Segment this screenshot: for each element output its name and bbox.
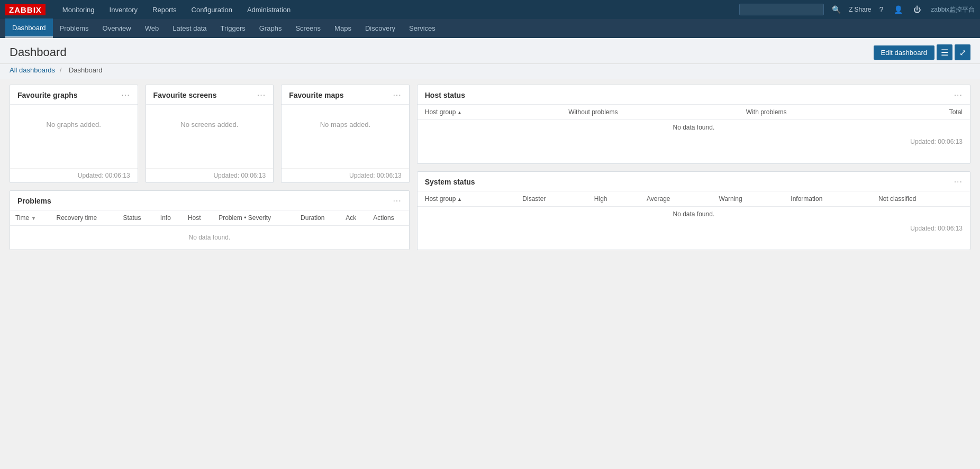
col-recovery-time[interactable]: Recovery time bbox=[51, 210, 117, 226]
col-warning[interactable]: Warning bbox=[711, 191, 783, 207]
breadcrumb: All dashboards / Dashboard bbox=[0, 64, 980, 79]
problems-title: Problems bbox=[17, 197, 51, 205]
system-status-no-data-row: No data found. bbox=[418, 206, 970, 222]
share-label: Share bbox=[854, 6, 871, 13]
expand-button[interactable]: ⤢ bbox=[955, 44, 970, 60]
subnav-overview[interactable]: Overview bbox=[96, 19, 138, 38]
subnav-latest-data[interactable]: Latest data bbox=[166, 19, 213, 38]
favourite-graphs-header: Favourite graphs ··· bbox=[10, 85, 138, 105]
col-with-problems[interactable]: With problems bbox=[739, 105, 892, 120]
breadcrumb-all-dashboards[interactable]: All dashboards bbox=[10, 66, 55, 74]
host-status-title: Host status bbox=[425, 91, 465, 99]
favourite-screens-footer: Updated: 00:06:13 bbox=[146, 168, 274, 182]
col-time[interactable]: Time ▼ bbox=[10, 210, 51, 226]
problems-no-data: No data found. bbox=[10, 226, 409, 250]
subnav-problems[interactable]: Problems bbox=[53, 19, 96, 38]
time-sort-icon: ▼ bbox=[31, 215, 37, 221]
col-problem-severity[interactable]: Problem • Severity bbox=[213, 210, 295, 226]
top-nav-links: Monitoring Inventory Reports Configurati… bbox=[55, 0, 739, 19]
user-info: zabbix监控平台 bbox=[931, 5, 975, 14]
system-status-table: Host group Disaster High Average Warning… bbox=[418, 191, 970, 222]
problems-table: Time ▼ Recovery time Status Info Host Pr… bbox=[10, 210, 409, 250]
col-total[interactable]: Total bbox=[892, 105, 970, 120]
left-column: Favourite graphs ··· No graphs added. Up… bbox=[10, 85, 410, 250]
col-host[interactable]: Host bbox=[183, 210, 213, 226]
favourite-maps-no-data: No maps added. bbox=[289, 121, 402, 128]
list-view-button[interactable]: ☰ bbox=[937, 44, 952, 60]
top-navigation: ZABBIX Monitoring Inventory Reports Conf… bbox=[0, 0, 980, 19]
breadcrumb-separator: / bbox=[60, 66, 62, 74]
content-area: Favourite graphs ··· No graphs added. Up… bbox=[0, 79, 980, 255]
col-not-classified[interactable]: Not classified bbox=[871, 191, 970, 207]
problems-menu[interactable]: ··· bbox=[393, 196, 401, 206]
col-high[interactable]: High bbox=[587, 191, 639, 207]
col-information[interactable]: Information bbox=[783, 191, 871, 207]
host-status-menu[interactable]: ··· bbox=[954, 90, 963, 100]
system-status-widget: System status ··· Host group Disaster Hi… bbox=[417, 171, 970, 251]
power-button[interactable]: ⏻ bbox=[911, 4, 923, 15]
favourite-screens-title: Favourite screens bbox=[153, 91, 217, 99]
share-icon: Z bbox=[849, 6, 852, 13]
favourite-screens-body: No screens added. bbox=[146, 105, 274, 168]
problems-widget: Problems ··· Time ▼ Recovery time Status… bbox=[10, 190, 410, 250]
top-nav-right: 🔍 Z Share ? 👤 ⏻ zabbix监控平台 bbox=[739, 4, 975, 15]
nav-administration[interactable]: Administration bbox=[240, 0, 298, 19]
problems-no-data-row: No data found. bbox=[10, 226, 409, 250]
subnav-graphs[interactable]: Graphs bbox=[252, 19, 289, 38]
user-button[interactable]: 👤 bbox=[891, 4, 905, 15]
host-status-updated: Updated: 00:06:13 bbox=[418, 135, 970, 149]
sub-navigation: Dashboard Problems Overview Web Latest d… bbox=[0, 19, 980, 38]
favourite-maps-header: Favourite maps ··· bbox=[282, 85, 409, 105]
breadcrumb-current: Dashboard bbox=[69, 66, 103, 74]
col-sys-host-group[interactable]: Host group bbox=[418, 191, 515, 207]
col-duration[interactable]: Duration bbox=[295, 210, 340, 226]
favourite-graphs-title: Favourite graphs bbox=[17, 91, 78, 99]
nav-monitoring[interactable]: Monitoring bbox=[55, 0, 102, 19]
subnav-screens[interactable]: Screens bbox=[288, 19, 328, 38]
search-input[interactable] bbox=[739, 4, 824, 15]
zabbix-logo: ZABBIX bbox=[5, 4, 46, 15]
subnav-services[interactable]: Services bbox=[402, 19, 442, 38]
right-column: Host status ··· Host group Without probl… bbox=[417, 85, 970, 250]
col-disaster[interactable]: Disaster bbox=[515, 191, 587, 207]
help-button[interactable]: ? bbox=[877, 4, 886, 15]
nav-reports[interactable]: Reports bbox=[145, 0, 184, 19]
col-without-problems[interactable]: Without problems bbox=[561, 105, 739, 120]
col-info[interactable]: Info bbox=[155, 210, 183, 226]
favourite-widgets-row: Favourite graphs ··· No graphs added. Up… bbox=[10, 85, 410, 183]
problems-header: Problems ··· bbox=[10, 191, 409, 210]
favourite-graphs-no-data: No graphs added. bbox=[17, 121, 130, 128]
col-status[interactable]: Status bbox=[117, 210, 155, 226]
nav-configuration[interactable]: Configuration bbox=[184, 0, 240, 19]
col-host-group[interactable]: Host group bbox=[418, 105, 561, 120]
subnav-maps[interactable]: Maps bbox=[328, 19, 358, 38]
favourite-screens-menu[interactable]: ··· bbox=[257, 90, 266, 100]
host-status-no-data: No data found. bbox=[418, 120, 970, 135]
host-status-widget: Host status ··· Host group Without probl… bbox=[417, 85, 970, 164]
favourite-maps-footer: Updated: 00:06:13 bbox=[282, 168, 409, 182]
host-status-table: Host group Without problems With problem… bbox=[418, 105, 970, 135]
col-ack[interactable]: Ack bbox=[340, 210, 368, 226]
nav-inventory[interactable]: Inventory bbox=[102, 0, 145, 19]
share-button[interactable]: Z Share bbox=[849, 6, 871, 13]
subnav-discovery[interactable]: Discovery bbox=[358, 19, 402, 38]
subnav-triggers[interactable]: Triggers bbox=[214, 19, 252, 38]
favourite-graphs-menu[interactable]: ··· bbox=[121, 90, 130, 100]
subnav-dashboard[interactable]: Dashboard bbox=[5, 19, 53, 38]
favourite-maps-menu[interactable]: ··· bbox=[393, 90, 401, 100]
favourite-maps-title: Favourite maps bbox=[289, 91, 343, 99]
edit-dashboard-button[interactable]: Edit dashboard bbox=[874, 45, 934, 60]
favourite-graphs-body: No graphs added. bbox=[10, 105, 138, 168]
subnav-web[interactable]: Web bbox=[138, 19, 166, 38]
host-status-no-data-row: No data found. bbox=[418, 120, 970, 135]
system-status-menu[interactable]: ··· bbox=[954, 177, 963, 187]
favourite-maps-body: No maps added. bbox=[282, 105, 409, 168]
favourite-screens-no-data: No screens added. bbox=[153, 121, 266, 128]
col-actions[interactable]: Actions bbox=[368, 210, 409, 226]
system-status-header: System status ··· bbox=[418, 172, 970, 191]
system-status-title: System status bbox=[425, 178, 475, 186]
search-button[interactable]: 🔍 bbox=[829, 4, 843, 15]
col-average[interactable]: Average bbox=[639, 191, 711, 207]
favourite-graphs-widget: Favourite graphs ··· No graphs added. Up… bbox=[10, 85, 138, 183]
host-status-header: Host status ··· bbox=[418, 85, 970, 105]
